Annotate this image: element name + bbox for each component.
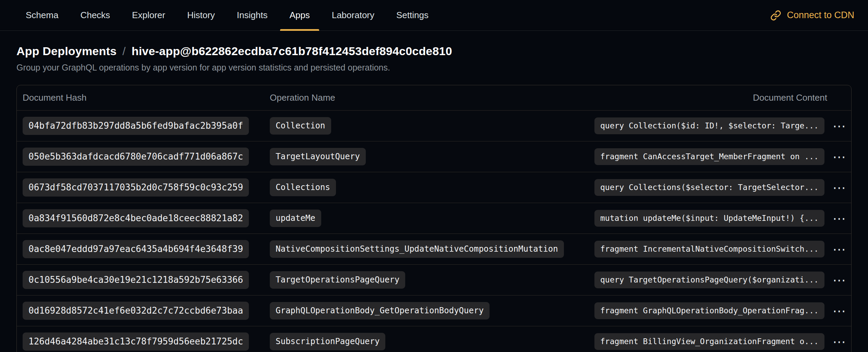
row-menu-button[interactable]: ⋯ bbox=[829, 149, 849, 165]
document-content-badge: fragment CanAccessTarget_MemberFragment … bbox=[594, 148, 824, 165]
document-hash-badge: 0ac8e047eddd97a97eac6435a4b694f4e3648f39 bbox=[23, 240, 249, 258]
document-hash-badge: 0d16928d8572c41ef6e032d2c7c72ccbd6e73baa bbox=[23, 302, 249, 320]
tab-insights[interactable]: Insights bbox=[228, 0, 277, 30]
operation-name-badge: updateMe bbox=[270, 210, 321, 227]
breadcrumb: App Deployments / hive-app@b622862ecdba7… bbox=[16, 45, 852, 58]
table-row: 0673df58cd7037117035b2d0c758f59c0c93c259… bbox=[17, 172, 851, 203]
main-content: App Deployments / hive-app@b622862ecdba7… bbox=[0, 45, 868, 352]
top-navigation: Schema Checks Explorer History Insights … bbox=[0, 0, 868, 31]
row-menu-button[interactable]: ⋯ bbox=[829, 303, 849, 319]
table-row: 04bfa72dfb83b297dd8a5b6fed9bafac2b395a0f… bbox=[17, 110, 851, 141]
table-row: 0ac8e047eddd97a97eac6435a4b694f4e3648f39… bbox=[17, 234, 851, 264]
tab-schema[interactable]: Schema bbox=[16, 0, 68, 30]
connect-to-cdn-label: Connect to CDN bbox=[787, 10, 854, 21]
column-header-operation-name: Operation Name bbox=[270, 92, 594, 103]
document-content-badge: mutation updateMe($input: UpdateMeInput!… bbox=[594, 210, 824, 227]
operation-name-badge: TargetOperationsPageQuery bbox=[270, 271, 405, 289]
table-row: 0d16928d8572c41ef6e032d2c7c72ccbd6e73baa… bbox=[17, 295, 851, 326]
column-header-document-content: Document Content bbox=[594, 92, 827, 103]
document-content-badge: fragment IncrementalNativeCompositionSwi… bbox=[594, 241, 824, 258]
document-content-badge: fragment BillingView_OrganizationFragmen… bbox=[594, 333, 824, 350]
document-hash-badge: 050e5b363dafdcacd6780e706cadf771d06a867c bbox=[23, 148, 249, 166]
document-content-badge: query TargetOperationsPageQuery($organiz… bbox=[594, 272, 824, 289]
tab-history[interactable]: History bbox=[178, 0, 224, 30]
tab-checks[interactable]: Checks bbox=[71, 0, 119, 30]
row-menu-button[interactable]: ⋯ bbox=[829, 272, 849, 288]
document-hash-badge: 0673df58cd7037117035b2d0c758f59c0c93c259 bbox=[23, 178, 249, 197]
table-row: 0c10556a9be4ca30e19e21c1218a592b75e63366… bbox=[17, 264, 851, 295]
operation-name-badge: Collections bbox=[270, 179, 336, 196]
breadcrumb-app-id: hive-app@b622862ecdba7c61b78f412453def89… bbox=[132, 45, 452, 58]
document-hash-badge: 0c10556a9be4ca30e19e21c1218a592b75e63366 bbox=[23, 271, 249, 289]
page-subtitle: Group your GraphQL operations by app ver… bbox=[16, 63, 852, 73]
table-header-row: Document Hash Operation Name Document Co… bbox=[17, 85, 851, 110]
document-content-badge: query Collections($selector: TargetSelec… bbox=[594, 179, 824, 196]
row-menu-button[interactable]: ⋯ bbox=[829, 211, 849, 226]
column-header-document-hash: Document Hash bbox=[23, 92, 270, 103]
tab-apps[interactable]: Apps bbox=[280, 0, 319, 30]
breadcrumb-separator: / bbox=[122, 45, 126, 58]
link-icon bbox=[770, 10, 781, 21]
table-row: 126d46a4284abe31c13c78f7959d56eeb21725dc… bbox=[17, 326, 851, 352]
operation-name-badge: SubscriptionPageQuery bbox=[270, 333, 385, 350]
operation-name-badge: TargetLayoutQuery bbox=[270, 148, 366, 165]
table-row: 050e5b363dafdcacd6780e706cadf771d06a867c… bbox=[17, 141, 851, 172]
operation-name-badge: GraphQLOperationBody_GetOperationBodyQue… bbox=[270, 302, 490, 319]
row-menu-button[interactable]: ⋯ bbox=[829, 180, 849, 196]
document-hash-badge: 126d46a4284abe31c13c78f7959d56eeb21725dc bbox=[23, 332, 249, 351]
app-deployments-page: Schema Checks Explorer History Insights … bbox=[0, 0, 868, 352]
table-row: 0a834f91560d872e8c4bec0ade18ceec88821a82… bbox=[17, 203, 851, 234]
tab-settings[interactable]: Settings bbox=[387, 0, 438, 30]
row-menu-button[interactable]: ⋯ bbox=[829, 118, 849, 134]
operation-name-badge: Collection bbox=[270, 117, 331, 135]
document-content-badge: fragment GraphQLOperationBody_OperationF… bbox=[594, 302, 824, 319]
connect-to-cdn-button[interactable]: Connect to CDN bbox=[770, 0, 854, 30]
app-deployments-table: Document Hash Operation Name Document Co… bbox=[16, 85, 852, 352]
tab-laboratory[interactable]: Laboratory bbox=[323, 0, 384, 30]
breadcrumb-root[interactable]: App Deployments bbox=[16, 45, 117, 58]
operation-name-badge: NativeCompositionSettings_UpdateNativeCo… bbox=[270, 240, 564, 258]
target-tabs: Schema Checks Explorer History Insights … bbox=[16, 0, 438, 30]
row-menu-button[interactable]: ⋯ bbox=[829, 241, 849, 257]
row-menu-button[interactable]: ⋯ bbox=[829, 334, 849, 350]
document-hash-badge: 04bfa72dfb83b297dd8a5b6fed9bafac2b395a0f bbox=[23, 117, 249, 135]
document-hash-badge: 0a834f91560d872e8c4bec0ade18ceec88821a82 bbox=[23, 209, 249, 227]
document-content-badge: query Collection($id: ID!, $selector: Ta… bbox=[594, 117, 824, 135]
tab-explorer[interactable]: Explorer bbox=[123, 0, 174, 30]
